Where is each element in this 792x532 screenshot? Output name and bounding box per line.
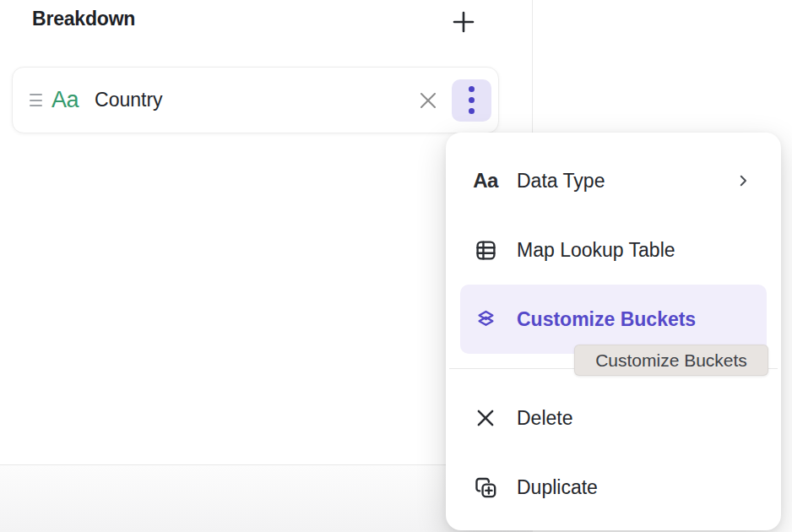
remove-field-button[interactable] bbox=[411, 82, 445, 119]
text-type-badge: Aa bbox=[52, 87, 79, 113]
menu-item-map-lookup-table[interactable]: Map Lookup Table bbox=[446, 215, 781, 285]
field-name-label: Country bbox=[95, 89, 163, 111]
menu-item-label: Duplicate bbox=[517, 476, 598, 499]
breakdown-field-card: Aa Country bbox=[12, 67, 499, 133]
layers-icon bbox=[473, 308, 498, 331]
drag-handle-icon[interactable] bbox=[30, 94, 42, 106]
menu-item-label: Data Type bbox=[517, 170, 605, 193]
kebab-dots-icon bbox=[469, 86, 475, 114]
close-icon bbox=[417, 90, 439, 111]
plus-icon bbox=[451, 9, 476, 35]
menu-item-data-type[interactable]: Aa Data Type bbox=[446, 146, 781, 215]
app-root: Breakdown Aa Country bbox=[0, 0, 792, 532]
menu-item-duplicate[interactable]: Duplicate bbox=[446, 453, 781, 522]
menu-item-label: Map Lookup Table bbox=[517, 239, 675, 262]
field-options-menu: Aa Data Type Map Lookup Table bbox=[446, 133, 781, 530]
add-breakdown-button[interactable] bbox=[445, 3, 482, 41]
menu-item-label: Customize Buckets bbox=[517, 308, 696, 331]
data-type-aa-icon: Aa bbox=[473, 169, 498, 193]
field-more-options-button[interactable] bbox=[452, 79, 491, 122]
menu-item-label: Delete bbox=[517, 407, 572, 430]
menu-item-delete[interactable]: Delete bbox=[446, 383, 781, 453]
chevron-right-icon bbox=[735, 173, 751, 188]
tooltip: Customize Buckets bbox=[574, 345, 768, 376]
menu-item-customize-buckets[interactable]: Customize Buckets bbox=[460, 285, 767, 354]
page-title: Breakdown bbox=[32, 8, 135, 30]
copy-plus-icon bbox=[473, 476, 498, 499]
lookup-table-icon bbox=[473, 239, 498, 262]
x-icon bbox=[473, 407, 498, 429]
